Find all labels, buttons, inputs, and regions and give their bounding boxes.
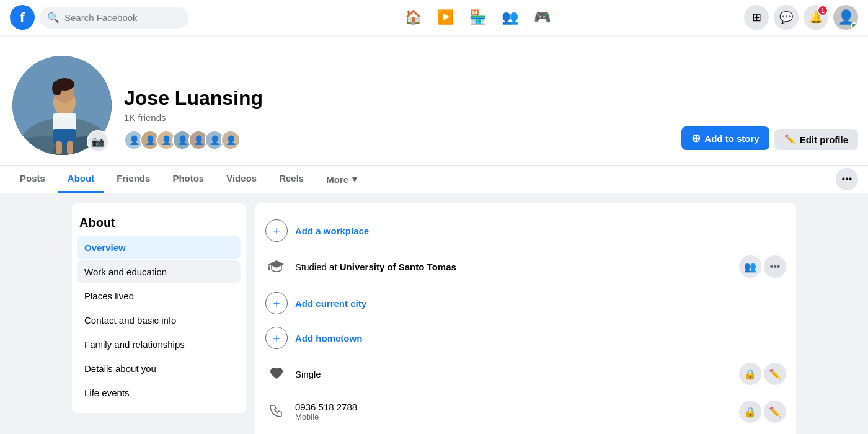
facebook-logo[interactable]: f — [10, 5, 35, 30]
phone-icon — [265, 401, 288, 423]
profile-header: 📷 Jose Luansing 1K friends 👤 👤 👤 👤 👤 👤 👤… — [0, 35, 868, 193]
notifications-btn[interactable]: 🔔 1 — [804, 5, 828, 30]
add-workplace-label: Add a workplace — [295, 226, 369, 236]
cover-photo — [0, 35, 868, 66]
relationship-actions: 🔒 ✏️ — [739, 363, 786, 385]
tab-about[interactable]: About — [58, 166, 104, 193]
search-bar[interactable]: 🔍 — [40, 7, 188, 29]
profile-info: 📷 Jose Luansing 1K friends 👤 👤 👤 👤 👤 👤 👤… — [0, 66, 868, 166]
gaming-nav-btn[interactable]: 🎮 — [527, 2, 557, 32]
friend-avatar[interactable]: 👤 — [221, 130, 241, 150]
tab-videos[interactable]: Videos — [216, 166, 267, 193]
home-nav-btn[interactable]: 🏠 — [398, 2, 428, 32]
nav-center: 🏠 ▶️ 🏪 👥 🎮 — [226, 2, 729, 32]
about-content: ＋ Add a workplace Studied at University … — [255, 203, 796, 434]
more-label: More — [326, 174, 348, 185]
tab-reels[interactable]: Reels — [269, 166, 314, 193]
relationship-edit-btn[interactable]: ✏️ — [764, 363, 786, 385]
add-workplace-icon: ＋ — [265, 219, 288, 242]
university-row: Studied at University of Santo Tomas 👥 •… — [265, 248, 786, 286]
sidebar-item-details[interactable]: Details about you — [77, 357, 241, 380]
profile-actions: ⊕ Add to story ✏️ Edit profile — [681, 126, 858, 157]
profile-avatar-wrap: 📷 — [10, 53, 114, 157]
profile-tabs: Posts About Friends Photos Videos Reels … — [0, 166, 868, 193]
sidebar-item-overview[interactable]: Overview — [77, 236, 241, 259]
nav-right: ⊞ 💬 🔔 1 👤 — [734, 5, 858, 30]
add-city-row[interactable]: ＋ Add current city — [265, 286, 786, 321]
university-info: Studied at University of Santo Tomas — [295, 262, 732, 272]
svg-point-12 — [268, 268, 270, 270]
about-sidebar: About Overview Work and education Places… — [72, 203, 246, 413]
add-city-icon: ＋ — [265, 292, 288, 314]
tab-posts[interactable]: Posts — [10, 166, 55, 193]
add-city-label: Add current city — [295, 298, 366, 309]
chevron-down-icon: ▾ — [352, 174, 357, 185]
friends-count: 1K friends — [124, 112, 671, 123]
plus-circle-icon: ⊕ — [691, 131, 701, 145]
relationship-lock-btn[interactable]: 🔒 — [739, 363, 761, 385]
search-icon: 🔍 — [47, 12, 60, 24]
sidebar-item-work[interactable]: Work and education — [77, 260, 241, 283]
svg-rect-10 — [56, 141, 62, 154]
sidebar-item-contact[interactable]: Contact and basic info — [77, 309, 241, 332]
add-to-story-button[interactable]: ⊕ Add to story — [681, 126, 769, 150]
pencil-icon: ✏️ — [784, 134, 796, 145]
messenger-btn[interactable]: 💬 — [774, 5, 799, 30]
edit-profile-label: Edit profile — [800, 135, 848, 145]
navbar: f 🔍 🏠 ▶️ 🏪 👥 🎮 ⊞ 💬 🔔 1 👤 — [0, 0, 868, 35]
add-to-story-label: Add to story — [704, 133, 759, 144]
tab-more[interactable]: More ▾ — [316, 166, 367, 193]
svg-rect-11 — [67, 141, 73, 154]
phone-lock-btn[interactable]: 🔒 — [739, 401, 761, 423]
tab-photos[interactable]: Photos — [162, 166, 214, 193]
phone-type: Mobile — [295, 412, 732, 422]
watch-nav-btn[interactable]: ▶️ — [430, 2, 460, 32]
add-hometown-row[interactable]: ＋ Add hometown — [265, 321, 786, 355]
university-actions: 👥 ••• — [739, 255, 786, 278]
profile-name: Jose Luansing — [124, 87, 671, 110]
phone-number: 0936 518 2788 — [295, 402, 732, 412]
svg-rect-9 — [53, 129, 76, 144]
relationship-row: Single 🔒 ✏️ — [265, 355, 786, 393]
tabs-overflow-btn[interactable]: ••• — [836, 168, 858, 190]
add-workplace-row[interactable]: ＋ Add a workplace — [265, 213, 786, 248]
relationship-info: Single — [295, 369, 732, 379]
profile-name-area: Jose Luansing 1K friends 👤 👤 👤 👤 👤 👤 👤 — [124, 87, 671, 157]
university-more-btn[interactable]: ••• — [764, 255, 786, 278]
phone-edit-btn[interactable]: ✏️ — [764, 401, 786, 423]
sidebar-item-family[interactable]: Family and relationships — [77, 333, 241, 356]
friend-avatars: 👤 👤 👤 👤 👤 👤 👤 — [124, 130, 671, 150]
about-sidebar-title: About — [72, 211, 246, 235]
marketplace-nav-btn[interactable]: 🏪 — [463, 2, 492, 32]
university-text: Studied at University of Santo Tomas — [295, 262, 732, 272]
search-input[interactable] — [64, 12, 181, 23]
heart-icon — [265, 363, 288, 385]
phone-row: 0936 518 2788 Mobile 🔒 ✏️ — [265, 393, 786, 430]
change-avatar-btn[interactable]: 📷 — [87, 130, 109, 153]
main-content: About Overview Work and education Places… — [62, 193, 806, 434]
tabs-list: Posts About Friends Photos Videos Reels … — [10, 166, 367, 193]
tab-friends[interactable]: Friends — [107, 166, 160, 193]
edit-profile-button[interactable]: ✏️ Edit profile — [774, 129, 858, 150]
sidebar-item-places[interactable]: Places lived — [77, 285, 241, 308]
phone-actions: 🔒 ✏️ — [739, 401, 786, 423]
apps-btn[interactable]: ⊞ — [744, 5, 769, 30]
education-icon — [265, 255, 288, 278]
nav-left: f 🔍 — [10, 5, 221, 30]
relationship-text: Single — [295, 369, 732, 379]
add-hometown-label: Add hometown — [295, 333, 362, 343]
university-people-btn[interactable]: 👥 — [739, 255, 761, 278]
phone-info: 0936 518 2788 Mobile — [295, 402, 732, 422]
add-hometown-icon: ＋ — [265, 327, 288, 349]
sidebar-item-life[interactable]: Life events — [77, 381, 241, 404]
profile-avatar-nav[interactable]: 👤 — [833, 5, 858, 30]
notification-badge: 1 — [817, 5, 828, 16]
online-indicator — [851, 22, 857, 29]
groups-nav-btn[interactable]: 👥 — [495, 2, 525, 32]
svg-point-8 — [52, 81, 62, 95]
